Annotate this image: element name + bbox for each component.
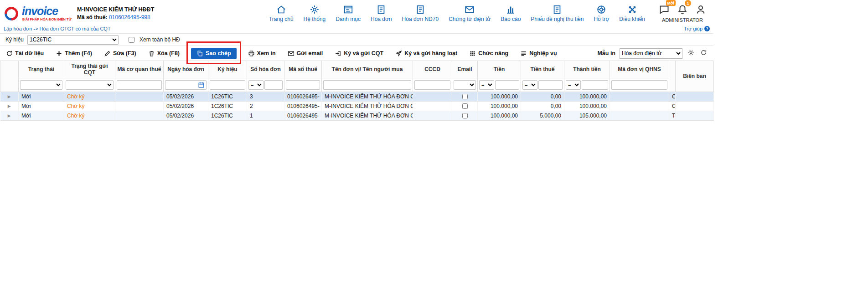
column-header-cccd[interactable]: CCCD [413,61,452,78]
email-checkbox[interactable] [462,113,468,118]
filter-number-input[interactable] [264,80,283,90]
row-expander-icon[interactable]: ▶ [0,101,19,111]
printer-icon [248,50,255,57]
nav-item-payment-request[interactable]: Phiếu đề nghị thu tiền [531,5,584,22]
filter-series-input[interactable] [210,80,245,90]
load-data-button[interactable]: Tải dữ liệu [5,48,44,59]
help-label: Trợ giúp [684,26,703,31]
column-header-total[interactable]: Thành tiền [564,61,610,78]
nav-item-reports[interactable]: Báo cáo [501,5,521,22]
nav-item-system[interactable]: Hệ thống [304,5,326,22]
table-row[interactable]: ▶ Mới Chờ ký 05/02/2026 1C26TIC 2 010602… [0,101,714,111]
row-expander-icon[interactable]: ▶ [0,92,19,101]
grid-settings-button[interactable] [687,48,695,58]
print-preview-button[interactable]: Xem in [248,48,276,59]
nav-item-e-documents[interactable]: Chứng từ điện tử [449,5,491,22]
nav-item-home[interactable]: Trang chủ [269,5,294,22]
nav-item-control[interactable]: Điều khiển [619,5,645,22]
column-header-tax-code[interactable]: Mã số thuế [284,61,322,78]
breadcrumb: Lập hóa đơn -> Hóa đơn GTGT có mã của CQ… [4,26,111,31]
filter-buyer-input[interactable] [323,80,411,90]
nav-item-label: Hệ thống [304,16,326,22]
filter-number-operator[interactable]: = [248,80,264,90]
filter-cccd-input[interactable] [414,80,450,90]
filter-qhns-input[interactable] [611,80,667,90]
column-header-date[interactable]: Ngày hóa đơn [164,61,208,78]
user-menu-button[interactable] [695,4,706,16]
cell-tax-amount: 5.000,00 [521,111,564,120]
column-header-status[interactable]: Trạng thái [19,61,64,78]
filter-status-select[interactable] [20,80,62,90]
cell-record [676,111,714,120]
notifications-button[interactable]: 1 [677,4,688,16]
cell-amount: 100.000,00 [478,111,521,120]
column-header-cqt-status[interactable]: Trạng thái gửi CQT [64,61,115,78]
cell-number: 3 [247,92,284,101]
table-row[interactable]: ▶ Mới Chờ ký 05/02/2026 1C26TIC 1 010602… [0,111,714,120]
nav-item-catalog[interactable]: Danh mục [336,5,361,22]
row-expander-icon[interactable]: ▶ [0,111,19,120]
sign-send-cqt-button[interactable]: Ký và gửi CQT [334,48,384,59]
sign-in-icon [335,50,341,57]
column-header-amount[interactable]: Tiền [478,61,521,78]
list-icon [520,50,527,57]
refresh-circle-icon [700,49,707,56]
column-header-qhns[interactable]: Mã đơn vị QHNS [610,61,669,78]
filter-tax-office-input[interactable] [117,80,162,90]
email-checkbox[interactable] [462,103,468,109]
edit-button[interactable]: Sửa (F3) [103,48,137,59]
column-header-series[interactable]: Ký hiệu [208,61,247,78]
cell-tax-amount: 0,00 [521,92,564,101]
tax-code-value[interactable]: 0106026495-998 [109,14,150,20]
operations-button[interactable]: Nghiệp vụ [520,48,557,59]
cell-cccd [413,92,452,101]
grid-reload-button[interactable] [699,48,708,58]
nav-item-label: Phiếu đề nghị thu tiền [531,16,584,22]
column-header-tax-amount[interactable]: Tiền thuế [521,61,564,78]
column-header-tax-office[interactable]: Mã cơ quan thuế [115,61,164,78]
cell-tax-amount: 0,00 [521,101,564,111]
filter-email-select[interactable] [454,80,476,90]
copy-button[interactable]: Sao chép [191,48,237,59]
column-header-email[interactable]: Email [452,61,478,78]
app-logo[interactable]: invoice GIẢI PHÁP HÓA ĐƠN ĐIỆN TỬ [3,5,72,22]
cell-cccd [413,111,452,120]
help-link[interactable]: Trợ giúp ? [684,26,710,31]
send-email-button[interactable]: Gửi email [287,48,324,59]
column-header-buyer[interactable]: Tên đơn vị/ Tên người mua [322,61,413,78]
filter-cqt-status-select[interactable] [66,80,114,90]
username: ADMINISTRATOR [662,17,703,23]
column-header-number[interactable]: Số hóa đơn [247,61,284,78]
filter-amount-operator[interactable]: = [479,80,494,90]
filter-tax-amount-input[interactable] [538,80,563,90]
sign-send-batch-button[interactable]: Ký và gửi hàng loạt [395,48,458,59]
table-row[interactable]: ▶ Mới Chờ ký 05/02/2026 1C26TIC 3 010602… [0,92,714,101]
toolbar: Tải dữ liệu Thêm (F4) Sửa (F3) Xóa (F8) … [0,46,713,61]
invoice-table: Trạng thái Trạng thái gửi CQT Mã cơ quan… [0,61,714,121]
filter-total-input[interactable] [582,80,608,90]
filter-amount-input[interactable] [495,80,519,90]
nav-item-invoice[interactable]: Hóa đơn [371,5,392,22]
add-button[interactable]: Thêm (F4) [55,48,93,59]
calendar-icon[interactable] [198,82,205,88]
nav-item-support[interactable]: Hỗ trợ [594,5,609,22]
functions-button[interactable]: Chức năng [469,48,509,59]
cell-buyer: M-INVOICE KIỂM THỬ HÓA ĐƠN CÓ [322,101,413,111]
bar-chart-icon [506,5,516,15]
delete-button[interactable]: Xóa (F8) [148,48,180,59]
email-checkbox[interactable] [462,94,468,99]
filter-total-operator[interactable]: = [566,80,581,90]
view-all-checkbox[interactable] [129,37,134,43]
column-header-expander [0,61,19,92]
button-label: Tải dữ liệu [15,50,44,56]
nav-item-invoice-nd70[interactable]: Hóa đơn NĐ70 [402,5,439,22]
series-select[interactable]: 1C26TIC [27,35,119,45]
chat-button[interactable]: Mới [659,4,670,16]
column-header-record[interactable]: Biên bản [676,61,714,92]
cell-status: Mới [19,101,64,111]
filter-tax-amount-operator[interactable]: = [522,80,537,90]
print-template-select[interactable]: Hóa đơn điện tử [620,48,682,59]
email-icon [288,50,294,57]
filter-tax-code-input[interactable] [286,80,320,90]
cell-status: Mới [19,111,64,120]
